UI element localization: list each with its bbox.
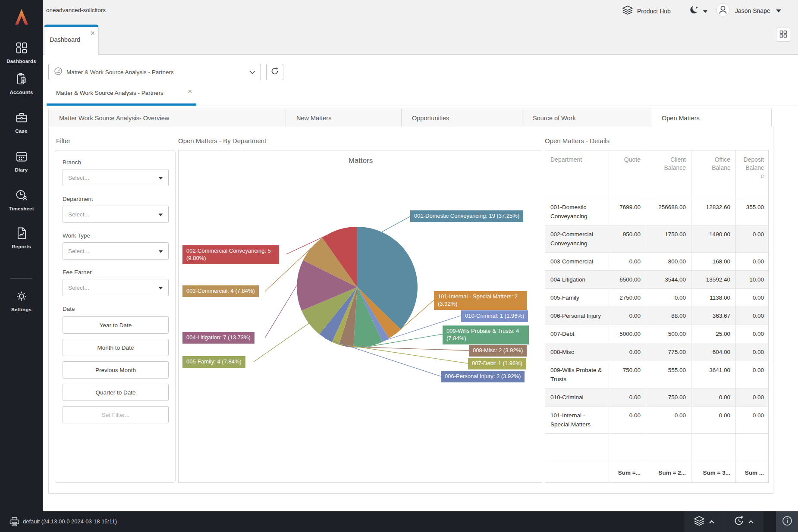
sync-icon	[733, 515, 745, 528]
view-tab-strip: Matter Work Source Analysis- OverviewNew…	[48, 109, 771, 127]
value-cell: 10.00	[735, 271, 769, 288]
case-icon	[15, 111, 28, 126]
view-tab-source-of-work[interactable]: Source of Work	[522, 109, 651, 127]
value-cell: 0.00	[691, 388, 735, 406]
quarter-to-date-button[interactable]: Quarter to Date	[63, 384, 169, 401]
column-header-department[interactable]: Department	[545, 150, 609, 198]
grid-icon	[779, 30, 787, 40]
work-type-select[interactable]: Select...	[63, 242, 169, 260]
value-cell: 0.00	[609, 253, 646, 270]
pinned-dashboard-tab[interactable]: Matter & Work Source Analysis - Partners…	[47, 84, 196, 106]
product-hub-button[interactable]: Product Hub	[622, 5, 671, 17]
reports-icon	[15, 227, 28, 241]
column-header-client-balance[interactable]: Client Balance	[646, 150, 691, 198]
sum-cell: Sum ...	[735, 462, 769, 482]
table-row-004[interactable]: 004-Litigation6500.003544.0013592.4010.0…	[545, 271, 768, 289]
value-cell: 0.00	[735, 307, 769, 325]
value-cell: 5000.00	[609, 325, 646, 343]
value-cell: 0.00	[735, 388, 769, 406]
caret-down-icon	[158, 174, 163, 182]
department-cell: 010-Criminal	[545, 388, 609, 406]
table-row-003[interactable]: 003-Commercial0.00800.00168.000.00	[545, 253, 768, 271]
empty-cell	[545, 434, 609, 462]
info-icon	[782, 516, 792, 528]
department-cell: 008-Misc	[545, 343, 609, 361]
label-leader-line	[346, 347, 469, 350]
select-placeholder: Select...	[68, 211, 158, 218]
user-menu[interactable]: Jason Snape	[716, 3, 782, 18]
close-icon[interactable]: ×	[90, 30, 95, 36]
table-row-007[interactable]: 007-Debt5000.00500.0025.000.00	[545, 325, 768, 343]
info-button[interactable]	[776, 511, 798, 532]
value-cell: 256688.00	[646, 198, 691, 225]
dashboard-layout-button[interactable]	[776, 28, 790, 42]
value-cell: 604.00	[691, 343, 735, 361]
value-cell: 6500.00	[609, 271, 646, 288]
sidebar-item-case[interactable]: Case	[0, 111, 43, 134]
empty-cell	[735, 434, 769, 462]
view-tab-new-matters[interactable]: New Matters	[286, 109, 402, 127]
table-row-005[interactable]: 005-Family2750.000.001138.000.00	[545, 289, 768, 307]
sidebar-item-dashboards[interactable]: Dashboards	[0, 41, 43, 64]
value-cell: 0.00	[735, 361, 769, 388]
value-cell: 0.00	[609, 388, 646, 406]
month-to-date-button[interactable]: Month to Date	[63, 339, 169, 356]
set-filter-button[interactable]: Set Filter...	[63, 406, 169, 423]
department-cell: 003-Commercial	[545, 253, 609, 270]
view-tab-open-matters[interactable]: Open Matters	[651, 109, 772, 127]
value-cell: 3544.00	[646, 271, 691, 288]
pie-label-004: 004-Litigation: 7 (13.73%)	[182, 332, 254, 344]
theme-toggle[interactable]	[689, 5, 708, 17]
value-cell: 750.00	[646, 388, 691, 406]
filter-panel: BranchSelect...DepartmentSelect...Work T…	[55, 150, 176, 483]
sidebar-item-reports[interactable]: Reports	[0, 227, 43, 249]
value-cell: 2750.00	[609, 289, 646, 307]
view-tab-matter-work-source-analysis-overview[interactable]: Matter Work Source Analysis- Overview	[48, 109, 286, 127]
table-row-010[interactable]: 010-Criminal0.00750.000.000.00	[545, 388, 768, 407]
table-row-101[interactable]: 101-Internal - Special Matters0.000.000.…	[545, 407, 768, 434]
column-header-office-balanc[interactable]: Office Balanc	[691, 150, 735, 198]
close-icon[interactable]: ×	[188, 87, 192, 96]
previous-month-button[interactable]: Previous Month	[63, 361, 169, 379]
department-cell: 002-Commercial Conveyancing	[545, 225, 609, 252]
pie-label-010: 010-Criminal: 1 (1.96%)	[461, 310, 528, 322]
branch-label: Branch	[63, 159, 168, 166]
department-cell: 006-Personal Injury	[545, 307, 609, 325]
year-to-date-button[interactable]: Year to Date	[63, 316, 169, 334]
column-header-deposit-balance[interactable]: Deposit Balance	[735, 150, 769, 198]
chart-section-title: Open Matters - By Department	[178, 137, 266, 144]
sidebar-item-timesheet[interactable]: Timesheet	[0, 189, 43, 211]
integrations-panel-button[interactable]	[685, 511, 723, 532]
branch-select[interactable]: Select...	[63, 169, 169, 186]
department-select[interactable]: Select...	[63, 206, 169, 223]
chevron-down-icon	[776, 7, 782, 14]
sidebar-item-diary[interactable]: Diary	[0, 150, 43, 172]
table-row-002[interactable]: 002-Commercial Conveyancing950.001750.00…	[545, 225, 768, 253]
fee-earner-label: Fee Earner	[63, 269, 168, 275]
tab-dashboard[interactable]: Dashboard ×	[44, 25, 99, 55]
pie-label-006: 006-Personal Injury: 2 (3.92%)	[441, 371, 525, 382]
department-label: Department	[63, 196, 168, 202]
pie-label-002: 002-Commercial Conveyancing: 5 (9.80%)	[182, 245, 279, 264]
value-cell: 12832.60	[691, 198, 735, 225]
table-row-006[interactable]: 006-Personal Injury0.0088.00363.670.00	[545, 307, 768, 325]
sidebar-item-settings[interactable]: Settings	[0, 290, 43, 312]
fee-earner-select[interactable]: Select...	[63, 279, 169, 296]
sidebar-item-accounts[interactable]: Accounts	[0, 72, 43, 95]
sync-status-button[interactable]	[723, 511, 763, 532]
value-cell: 500.00	[646, 325, 691, 343]
dashboard-picker-select[interactable]: Matter & Work Source Analysis - Partners	[48, 64, 261, 80]
view-tab-opportunities[interactable]: Opportunities	[401, 109, 522, 127]
sum-cell: Sum = 3...	[691, 462, 735, 482]
chevron-up-icon	[748, 518, 754, 526]
layers-icon	[693, 515, 705, 528]
refresh-dashboard-button[interactable]	[266, 64, 283, 80]
gauge-icon	[54, 67, 63, 77]
column-header-quote[interactable]: Quote	[609, 150, 646, 198]
table-row-009[interactable]: 009-Wills Probate & Trusts750.00555.0036…	[545, 361, 768, 388]
table-row-008[interactable]: 008-Misc0.00775.00604.000.00	[545, 343, 768, 361]
value-cell: 0.00	[609, 407, 646, 433]
table-row-001[interactable]: 001-Domestic Conveyancing7699.00256688.0…	[545, 198, 768, 225]
value-cell: 0.00	[735, 253, 769, 270]
value-cell: 0.00	[735, 343, 769, 361]
